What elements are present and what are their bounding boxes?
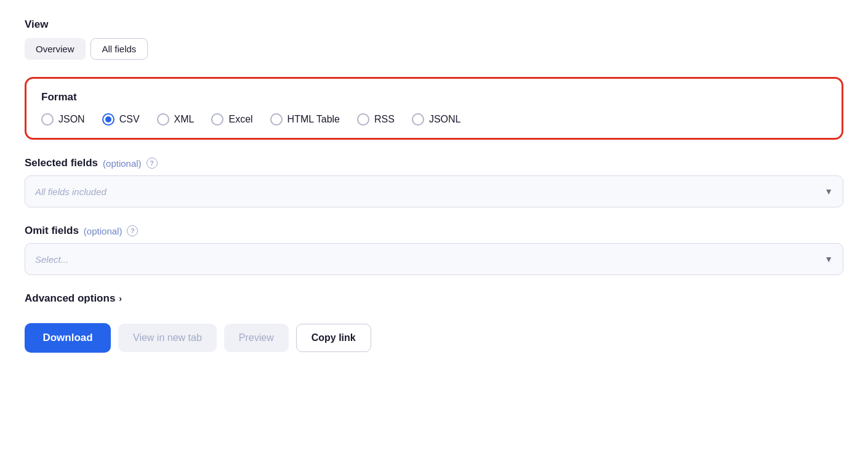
selected-fields-optional: (optional) — [103, 158, 142, 169]
omit-fields-dropdown[interactable]: Select... ▼ — [25, 243, 843, 275]
view-new-tab-button[interactable]: View in new tab — [118, 324, 217, 352]
selected-fields-placeholder: All fields included — [35, 186, 106, 197]
format-label-jsonl: JSONL — [429, 114, 461, 125]
format-option-xml[interactable]: XML — [157, 113, 195, 126]
format-label-html-table: HTML Table — [287, 114, 340, 125]
selected-fields-chevron-icon: ▼ — [824, 186, 833, 196]
radio-json[interactable] — [41, 113, 54, 126]
copy-link-button[interactable]: Copy link — [296, 324, 371, 352]
selected-fields-label: Selected fields — [25, 157, 98, 169]
main-container: View Overview All fields Format JSON CSV… — [25, 18, 843, 353]
format-option-csv[interactable]: CSV — [102, 113, 140, 126]
format-section: Format JSON CSV XML Excel HTML Table — [25, 77, 843, 140]
format-label-xml: XML — [174, 114, 195, 125]
radio-excel[interactable] — [211, 113, 223, 126]
selected-fields-title: Selected fields (optional) ? — [25, 157, 843, 169]
advanced-options-toggle[interactable]: Advanced options › — [25, 292, 843, 305]
action-buttons: Download View in new tab Preview Copy li… — [25, 323, 843, 353]
format-option-excel[interactable]: Excel — [211, 113, 252, 126]
selected-fields-help-icon[interactable]: ? — [147, 158, 158, 169]
format-option-html-table[interactable]: HTML Table — [270, 113, 340, 126]
format-option-jsonl[interactable]: JSONL — [412, 113, 461, 126]
radio-xml[interactable] — [157, 113, 169, 126]
download-button[interactable]: Download — [25, 323, 111, 353]
omit-fields-placeholder: Select... — [35, 254, 68, 265]
advanced-options-label: Advanced options — [25, 292, 115, 305]
format-label: Format — [41, 91, 827, 103]
view-section: View Overview All fields — [25, 18, 843, 60]
tab-all-fields[interactable]: All fields — [90, 38, 148, 60]
omit-fields-chevron-icon: ▼ — [824, 254, 833, 264]
view-tabs: Overview All fields — [25, 38, 843, 60]
selected-fields-dropdown[interactable]: All fields included ▼ — [25, 175, 843, 207]
selected-fields-section: Selected fields (optional) ? All fields … — [25, 157, 843, 207]
format-label-rss: RSS — [374, 114, 395, 125]
radio-html-table[interactable] — [270, 113, 283, 126]
tab-overview[interactable]: Overview — [25, 38, 86, 60]
radio-rss[interactable] — [357, 113, 369, 126]
omit-fields-help-icon[interactable]: ? — [127, 225, 138, 236]
radio-jsonl[interactable] — [412, 113, 424, 126]
format-label-json: JSON — [58, 114, 85, 125]
advanced-options-chevron-icon: › — [119, 294, 122, 303]
omit-fields-section: Omit fields (optional) ? Select... ▼ — [25, 225, 843, 275]
preview-button[interactable]: Preview — [224, 324, 289, 352]
omit-fields-optional: (optional) — [84, 226, 123, 236]
omit-fields-label: Omit fields — [25, 225, 79, 237]
view-label: View — [25, 18, 843, 31]
omit-fields-title: Omit fields (optional) ? — [25, 225, 843, 237]
format-label-csv: CSV — [119, 114, 140, 125]
format-label-excel: Excel — [228, 114, 252, 125]
format-options: JSON CSV XML Excel HTML Table RSS — [41, 113, 827, 126]
format-option-rss[interactable]: RSS — [357, 113, 395, 126]
radio-csv[interactable] — [102, 113, 115, 126]
format-option-json[interactable]: JSON — [41, 113, 85, 126]
